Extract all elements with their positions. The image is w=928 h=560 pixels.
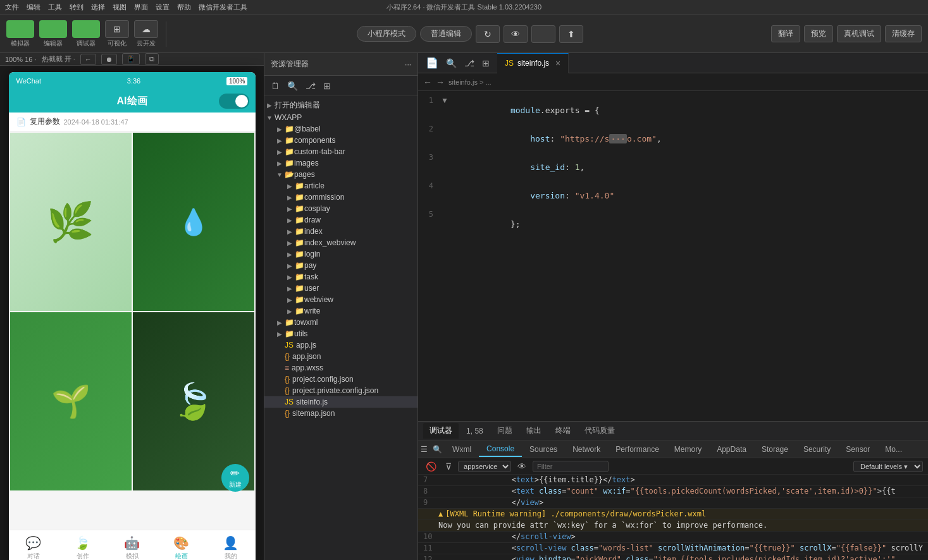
tree-user[interactable]: ▶ 📁 user [264, 283, 418, 294]
tree-commission[interactable]: ▶ 📁 commission [264, 192, 418, 203]
menu-tools[interactable]: 工具 [48, 3, 62, 12]
devtool-tab-memory[interactable]: Memory [667, 442, 709, 456]
console-eye-btn[interactable]: 👁 [515, 460, 529, 473]
tree-index-webview[interactable]: ▶ 📁 index_webview [264, 237, 418, 248]
devtool-tab-network[interactable]: Network [565, 442, 608, 456]
tab-profile[interactable]: 👤 我的 [206, 535, 256, 561]
menu-settings[interactable]: 设置 [156, 3, 170, 12]
devtool-tab-console[interactable]: Console [479, 442, 522, 457]
code-area[interactable]: 1 ▼ module.exports = { 2 ▼ host: "https:… [418, 91, 928, 421]
image-cell-1[interactable] [10, 133, 132, 311]
visualize-button[interactable]: ⊞ [105, 20, 129, 38]
menu-edit[interactable]: 编辑 [27, 3, 40, 12]
editor-search-btn[interactable]: 🔍 [443, 57, 459, 70]
menu-wechat[interactable]: 微信开发者工具 [199, 3, 247, 12]
tree-write[interactable]: ▶ 📁 write [264, 305, 418, 317]
tree-cosplay[interactable]: ▶ 📁 cosplay [264, 203, 418, 214]
tree-open-editors[interactable]: ▶ 打开的编辑器 [264, 99, 418, 112]
tree-components[interactable]: ▶ 📁 components [264, 135, 418, 146]
devtools-inspect-btn[interactable]: 🔍 [430, 444, 445, 455]
debugger-button[interactable] [72, 20, 100, 38]
tab-close-btn[interactable]: × [555, 58, 560, 68]
deploy-button[interactable] [531, 25, 555, 43]
copy-button[interactable]: ⧉ [145, 53, 159, 65]
image-cell-3[interactable] [10, 312, 132, 490]
nav-forward-btn[interactable]: → [436, 77, 445, 87]
tree-article[interactable]: ▶ 📁 article [264, 180, 418, 192]
menu-interface[interactable]: 界面 [134, 3, 148, 12]
editor-button[interactable] [39, 20, 67, 38]
compile-pill[interactable]: 普通编辑 [420, 26, 472, 42]
devtools-sidebar-btn[interactable]: ☰ [418, 444, 430, 455]
preview-button[interactable]: 预览 [804, 25, 833, 42]
devtool-tab-performance[interactable]: Performance [608, 442, 667, 456]
menu-file[interactable]: 文件 [5, 3, 19, 12]
phone-icon-button[interactable]: 📱 [122, 53, 140, 65]
tab-draw[interactable]: 🎨 绘画 [157, 535, 206, 561]
tab-siteinfo-js[interactable]: JS siteinfo.js × [497, 53, 569, 73]
nav-back-btn[interactable]: ← [423, 77, 432, 87]
filetree-more-btn[interactable]: ··· [405, 60, 411, 69]
tree-sitemap-json[interactable]: ▶ {} sitemap.json [264, 408, 418, 419]
tree-images[interactable]: ▶ 📁 images [264, 157, 418, 169]
devtool-tab-security[interactable]: Security [796, 442, 838, 456]
devtool-tab-wxml[interactable]: Wxml [445, 442, 479, 456]
tree-babel[interactable]: ▶ 📁 @babel [264, 123, 418, 135]
phone-toggle-switch[interactable] [219, 94, 249, 109]
editor-git-btn[interactable]: ⎇ [462, 57, 477, 70]
filetree-split-btn[interactable]: ⊞ [321, 80, 333, 92]
editor-split-btn[interactable]: ⊞ [479, 57, 492, 70]
console-tab-output[interactable]: 输出 [520, 423, 548, 439]
record-button[interactable]: ⏺ [101, 54, 117, 65]
refresh-button[interactable]: ↻ [476, 25, 500, 43]
real-debug-button[interactable]: 真机调试 [837, 25, 881, 42]
devtool-tab-sensor[interactable]: Sensor [838, 442, 877, 456]
tree-custom-tab-bar[interactable]: ▶ 📁 custom-tab-bar [264, 146, 418, 157]
menu-help[interactable]: 帮助 [177, 3, 191, 12]
devtool-tab-appdata[interactable]: AppData [709, 442, 754, 456]
tree-siteinfo-js[interactable]: ▶ JS siteinfo.js [264, 396, 418, 408]
tree-app-wxss[interactable]: ▶ ≡ app.wxss [264, 362, 418, 374]
console-filter-input[interactable] [533, 461, 609, 472]
tab-chat[interactable]: 💬 对话 [9, 535, 58, 561]
tree-utils[interactable]: ▶ 📁 utils [264, 328, 418, 339]
tab-create[interactable]: 🍃 创作 [58, 535, 108, 561]
image-cell-2[interactable] [133, 133, 254, 311]
fold-arrow-1[interactable]: ▼ [441, 96, 449, 105]
tree-wxapp[interactable]: ▼ WXAPP [264, 112, 418, 123]
console-tab-terminal[interactable]: 终端 [549, 423, 577, 439]
devtool-tab-more[interactable]: Mo... [877, 442, 910, 456]
console-level-select[interactable]: Default levels ▾ [853, 461, 923, 472]
menu-goto[interactable]: 转到 [70, 3, 84, 12]
console-tab-debugger[interactable]: 调试器 [423, 423, 459, 439]
console-clear-btn[interactable]: 🚫 [423, 460, 439, 473]
editor-file-btn[interactable]: 📄 [423, 56, 441, 70]
tree-login[interactable]: ▶ 📁 login [264, 248, 418, 260]
tree-pay[interactable]: ▶ 📁 pay [264, 260, 418, 271]
tree-app-js[interactable]: ▶ JS app.js [264, 339, 418, 351]
back-button[interactable]: ← [80, 54, 96, 65]
console-tab-quality[interactable]: 代码质量 [578, 423, 621, 439]
tree-task[interactable]: ▶ 📁 task [264, 271, 418, 283]
tree-project-config[interactable]: ▶ {} project.config.json [264, 374, 418, 385]
simulator-button[interactable] [6, 20, 34, 38]
clear-cache-button[interactable]: 清缓存 [885, 25, 922, 42]
translate-button[interactable]: 翻译 [771, 25, 800, 42]
upload-button[interactable]: ⬆ [559, 25, 583, 43]
menu-select[interactable]: 选择 [91, 3, 105, 12]
filetree-git-btn[interactable]: ⎇ [303, 80, 318, 92]
tree-draw[interactable]: ▶ 📁 draw [264, 214, 418, 226]
tab-simulate[interactable]: 🤖 模拟 [108, 535, 157, 561]
console-scope-select[interactable]: appservice [458, 461, 511, 472]
console-filter-btn[interactable]: ⊽ [443, 460, 454, 473]
tree-index[interactable]: ▶ 📁 index [264, 226, 418, 237]
console-tab-issues[interactable]: 问题 [491, 423, 519, 439]
devtool-tab-storage[interactable]: Storage [754, 442, 796, 456]
tree-app-json[interactable]: ▶ {} app.json [264, 351, 418, 362]
tree-pages[interactable]: ▼ 📂 pages [264, 169, 418, 180]
tree-webview[interactable]: ▶ 📁 webview [264, 294, 418, 305]
console-tab-58[interactable]: 1, 58 [460, 424, 490, 438]
fab-button[interactable]: ✏ 新建 [221, 464, 249, 492]
eye-button[interactable]: 👁 [504, 25, 528, 43]
filetree-search-btn[interactable]: 🔍 [285, 80, 300, 92]
